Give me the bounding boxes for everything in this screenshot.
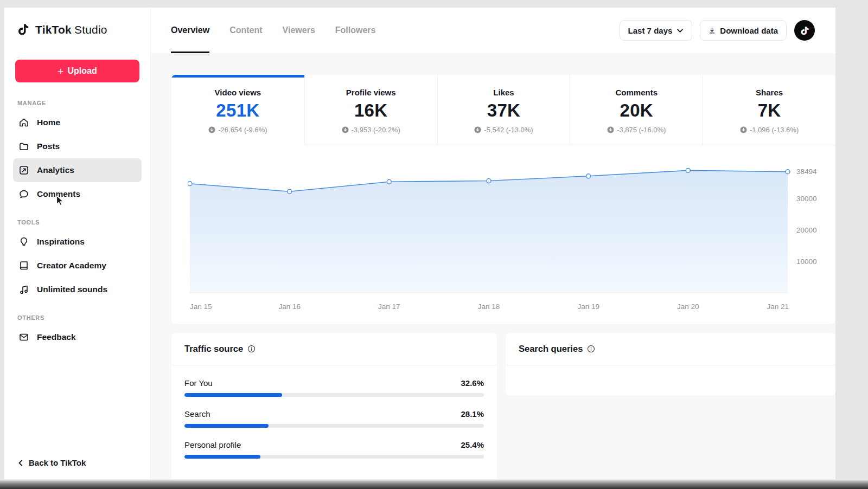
traffic-source-bar [184, 424, 484, 428]
sidebar-item-unlimited-sounds[interactable]: Unlimited sounds [13, 278, 142, 301]
sidebar-item-comments[interactable]: Comments [13, 182, 142, 206]
tab-overview[interactable]: Overview [171, 8, 209, 53]
metric-value: 7K [709, 100, 830, 121]
download-data-button[interactable]: Download data [700, 20, 787, 41]
metric-value: 251K [177, 100, 299, 121]
sidebar-item-analytics[interactable]: Analytics [13, 158, 142, 182]
inspirations-icon [18, 236, 29, 247]
svg-text:30000: 30000 [796, 195, 817, 203]
sidebar-item-home[interactable]: Home [13, 111, 142, 134]
metric-label: Shares [709, 88, 830, 97]
traffic-source-row: Search28.1% [184, 409, 484, 428]
back-label: Back to TikTok [29, 458, 86, 467]
metric-tab-profile-views[interactable]: Profile views16K-3,953 (-20.2%) [304, 75, 437, 145]
brand-logo[interactable]: TikTokStudio [13, 16, 142, 37]
analytics-tabs: OverviewContentViewersFollowers [171, 8, 375, 53]
tab-followers[interactable]: Followers [335, 8, 376, 53]
traffic-source-label: For You [184, 378, 213, 388]
screen: TikTokStudio + Upload MANAGEHomePostsAna… [0, 0, 868, 489]
info-icon[interactable] [587, 345, 595, 353]
tiktok-note-icon [800, 25, 810, 36]
traffic-source-row: For You32.6% [184, 378, 484, 397]
analytics-icon [18, 165, 29, 176]
traffic-source-label: Search [184, 409, 210, 419]
sidebar-item-feedback[interactable]: Feedback [13, 325, 142, 349]
upload-button[interactable]: + Upload [15, 60, 139, 82]
metric-tab-comments[interactable]: Comments20K-3,875 (-16.0%) [570, 75, 703, 145]
metric-delta: -26,654 (-9.6%) [177, 126, 299, 134]
date-range-label: Last 7 days [628, 26, 673, 35]
svg-text:Jan 17: Jan 17 [378, 303, 400, 311]
sidebar-item-label: Comments [37, 189, 80, 199]
bottom-cards-row: Traffic source For You32.6%Search28.1%Pe… [171, 333, 835, 479]
arrow-down-circle-icon [740, 126, 747, 133]
traffic-source-percent: 32.6% [461, 378, 484, 388]
search-queries-body [506, 365, 835, 396]
metric-value: 16K [310, 100, 432, 121]
metric-delta: -3,875 (-16.0%) [576, 126, 697, 134]
tab-viewers[interactable]: Viewers [283, 8, 315, 53]
feedback-icon [18, 332, 29, 343]
content-area: Video views251K-26,654 (-9.6%)Profile vi… [151, 53, 835, 479]
topbar-actions: Last 7 days Download data [620, 8, 815, 53]
traffic-source-bar [184, 455, 484, 459]
area-chart: 38494300002000010000Jan 15Jan 16Jan 17Ja… [188, 159, 819, 318]
traffic-source-bar [184, 393, 484, 397]
metric-label: Comments [576, 88, 697, 97]
svg-text:Jan 15: Jan 15 [190, 303, 212, 311]
sidebar-item-posts[interactable]: Posts [13, 134, 142, 158]
traffic-source-title: Traffic source [184, 344, 243, 354]
search-queries-header: Search queries [506, 333, 835, 365]
info-icon[interactable] [247, 345, 256, 353]
plus-icon: + [58, 66, 63, 76]
nav-section: MANAGEHomePostsAnalyticsComments [13, 92, 142, 206]
tab-content[interactable]: Content [229, 8, 262, 53]
metric-tab-shares[interactable]: Shares7K-1,096 (-13.6%) [703, 75, 835, 145]
traffic-source-label: Personal profile [184, 440, 241, 449]
sidebar-item-label: Posts [37, 141, 60, 151]
sidebar-item-label: Home [37, 118, 60, 127]
download-label: Download data [720, 26, 778, 35]
metric-tab-video-views[interactable]: Video views251K-26,654 (-9.6%) [171, 75, 304, 145]
nav-section-title: TOOLS [13, 211, 142, 230]
home-icon [18, 117, 29, 128]
comments-icon [18, 189, 29, 200]
svg-text:10000: 10000 [796, 258, 817, 266]
sidebar-item-creator-academy[interactable]: Creator Academy [13, 254, 142, 278]
sidebar-item-label: Unlimited sounds [37, 285, 107, 294]
back-to-tiktok-link[interactable]: Back to TikTok [13, 449, 142, 479]
sidebar-item-label: Analytics [37, 165, 74, 175]
main-area: OverviewContentViewersFollowers Last 7 d… [151, 8, 835, 479]
metric-value: 37K [443, 100, 565, 121]
traffic-source-percent: 25.4% [461, 440, 484, 449]
svg-text:Jan 16: Jan 16 [278, 303, 301, 311]
metric-tab-likes[interactable]: Likes37K-5,542 (-13.0%) [437, 75, 570, 145]
svg-text:38494: 38494 [796, 168, 817, 176]
traffic-source-row: Personal profile25.4% [184, 440, 484, 459]
unlimited-sounds-icon [18, 284, 29, 295]
account-avatar[interactable] [794, 20, 815, 41]
metric-label: Profile views [310, 88, 432, 97]
svg-text:20000: 20000 [796, 226, 817, 234]
sidebar-item-label: Creator Academy [37, 261, 106, 271]
metric-delta: -1,096 (-13.6%) [709, 126, 830, 134]
search-queries-card: Search queries [506, 333, 835, 396]
arrow-down-circle-icon [342, 126, 349, 133]
metric-tabs-row: Video views251K-26,654 (-9.6%)Profile vi… [171, 75, 835, 145]
sidebar-nav: MANAGEHomePostsAnalyticsCommentsTOOLSIns… [13, 87, 142, 349]
screen-bottom-edge [0, 480, 868, 489]
chevron-down-icon [676, 27, 684, 34]
metric-label: Likes [443, 88, 565, 97]
brand-title: TikTokStudio [35, 23, 107, 36]
arrow-down-circle-icon [208, 126, 215, 133]
date-range-selector[interactable]: Last 7 days [620, 20, 693, 41]
sidebar-item-inspirations[interactable]: Inspirations [13, 230, 142, 254]
traffic-source-percent: 28.1% [461, 409, 484, 419]
traffic-source-list: For You32.6%Search28.1%Personal profile2… [171, 365, 497, 479]
download-icon [709, 27, 716, 34]
posts-icon [18, 141, 29, 152]
nav-section: OTHERSFeedback [13, 307, 142, 349]
overview-metrics-card: Video views251K-26,654 (-9.6%)Profile vi… [171, 75, 835, 324]
nav-section-title: OTHERS [13, 307, 142, 325]
svg-text:Jan 20: Jan 20 [677, 303, 699, 311]
